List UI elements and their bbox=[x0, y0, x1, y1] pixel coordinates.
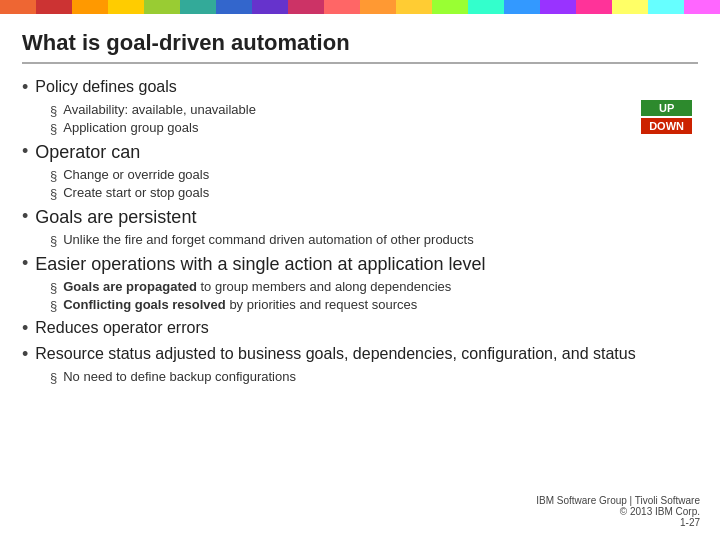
bullet-dot: • bbox=[22, 206, 28, 227]
sub-bullet-conflicting: § Conflicting goals resolved by prioriti… bbox=[50, 297, 698, 313]
slide-title: What is goal-driven automation bbox=[22, 30, 698, 64]
sub-bullet-propagated: § Goals are propagated to group members … bbox=[50, 279, 698, 295]
top-banner bbox=[0, 0, 720, 14]
sub-bullet-text-unlike: Unlike the fire and forget command drive… bbox=[63, 232, 473, 247]
main-bullet-policy: • Policy defines goals bbox=[22, 78, 698, 98]
sub-bullet-noneed: § No need to define backup configuration… bbox=[50, 369, 698, 385]
main-bullet-reduces: • Reduces operator errors bbox=[22, 319, 698, 339]
sub-bullet-text-conflicting: Conflicting goals resolved by priorities… bbox=[63, 297, 417, 312]
sub-bullet-appgroup: § Application group goals bbox=[50, 120, 698, 136]
footer-slide-number: 1-27 bbox=[536, 517, 700, 528]
sub-bullet-marker: § bbox=[50, 280, 57, 295]
main-bullet-persistent: • Goals are persistent bbox=[22, 207, 698, 228]
bullet-dot: • bbox=[22, 344, 28, 365]
sub-bullets-easier: § Goals are propagated to group members … bbox=[50, 279, 698, 313]
sub-bullet-marker: § bbox=[50, 233, 57, 248]
sub-bullet-marker: § bbox=[50, 103, 57, 118]
slide-content: What is goal-driven automation • Policy … bbox=[0, 14, 720, 401]
section-persistent: • Goals are persistent § Unlike the fire… bbox=[22, 207, 698, 248]
main-bullet-text-easier: Easier operations with a single action a… bbox=[35, 254, 485, 275]
sub-bullet-change: § Change or override goals bbox=[50, 167, 698, 183]
section-reduces: • Reduces operator errors bbox=[22, 319, 698, 339]
main-bullet-easier: • Easier operations with a single action… bbox=[22, 254, 698, 275]
sub-bullet-create: § Create start or stop goals bbox=[50, 185, 698, 201]
sub-bullet-marker: § bbox=[50, 186, 57, 201]
main-bullet-resource: • Resource status adjusted to business g… bbox=[22, 345, 698, 365]
main-bullet-text-persistent: Goals are persistent bbox=[35, 207, 196, 228]
bullet-dot: • bbox=[22, 77, 28, 98]
sub-bullet-marker: § bbox=[50, 370, 57, 385]
section-resource: • Resource status adjusted to business g… bbox=[22, 345, 698, 385]
sub-bullet-text-change: Change or override goals bbox=[63, 167, 209, 182]
sub-bullet-text-create: Create start or stop goals bbox=[63, 185, 209, 200]
sub-bullet-text-availability: Availability: available, unavailable bbox=[63, 102, 256, 117]
bullet-dot: • bbox=[22, 318, 28, 339]
main-bullet-text-policy: Policy defines goals bbox=[35, 78, 176, 96]
section-policy: • Policy defines goals § Availability: a… bbox=[22, 78, 698, 136]
bullet-dot: • bbox=[22, 141, 28, 162]
availability-badges: UP DOWN bbox=[641, 100, 692, 134]
bullet-dot: • bbox=[22, 253, 28, 274]
down-badge: DOWN bbox=[641, 118, 692, 134]
sub-bullet-text-appgroup: Application group goals bbox=[63, 120, 198, 135]
sub-bullets-operator: § Change or override goals § Create star… bbox=[50, 167, 698, 201]
up-badge: UP bbox=[641, 100, 692, 116]
sub-bullet-text-propagated: Goals are propagated to group members an… bbox=[63, 279, 451, 294]
main-bullet-text-resource: Resource status adjusted to business goa… bbox=[35, 345, 635, 363]
main-bullet-text-operator: Operator can bbox=[35, 142, 140, 163]
footer-company: IBM Software Group | Tivoli Software bbox=[536, 495, 700, 506]
main-bullet-operator: • Operator can bbox=[22, 142, 698, 163]
sub-bullet-text-noneed: No need to define backup configurations bbox=[63, 369, 296, 384]
sub-bullets-policy: § Availability: available, unavailable §… bbox=[50, 102, 698, 136]
sub-bullet-marker: § bbox=[50, 298, 57, 313]
sub-bullet-marker: § bbox=[50, 121, 57, 136]
sub-bullet-marker: § bbox=[50, 168, 57, 183]
section-operator: • Operator can § Change or override goal… bbox=[22, 142, 698, 201]
sub-bullet-unlike: § Unlike the fire and forget command dri… bbox=[50, 232, 698, 248]
sub-bullet-availability: § Availability: available, unavailable bbox=[50, 102, 698, 118]
section-easier: • Easier operations with a single action… bbox=[22, 254, 698, 313]
footer-copyright: © 2013 IBM Corp. bbox=[536, 506, 700, 517]
main-bullet-text-reduces: Reduces operator errors bbox=[35, 319, 208, 337]
sub-bullets-persistent: § Unlike the fire and forget command dri… bbox=[50, 232, 698, 248]
sub-bullets-resource: § No need to define backup configuration… bbox=[50, 369, 698, 385]
footer: IBM Software Group | Tivoli Software © 2… bbox=[536, 495, 700, 528]
